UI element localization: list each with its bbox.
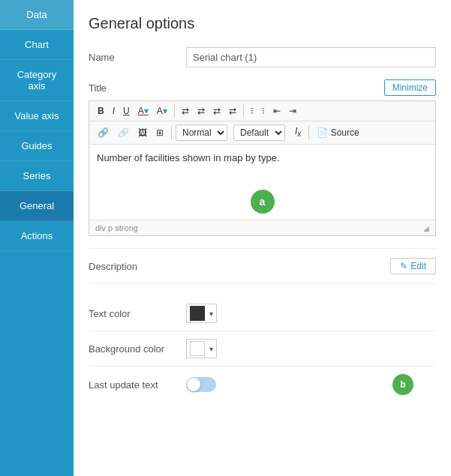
last-update-row: Last update text b — [89, 367, 436, 403]
table-button[interactable]: ⊞ — [152, 126, 167, 139]
source-button[interactable]: 📄 Source — [313, 126, 362, 139]
title-section: Title Minimize B I U A▾ A▾ ⇄ ⇄ ⇄ ⇄ ⁝ ⁝ ⇤… — [89, 79, 436, 236]
background-color-picker[interactable]: ▾ — [186, 339, 217, 358]
background-color-chevron-icon: ▾ — [209, 345, 213, 353]
indent-in-button[interactable]: ⇥ — [285, 104, 300, 118]
editor-toolbar-row2: 🔗 🔗 🖼 ⊞ Normal Default Ix 📄 Source — [89, 121, 435, 145]
sidebar-item-series[interactable]: Series — [0, 161, 74, 191]
toggle-badge-b: b — [392, 374, 413, 395]
bold-button[interactable]: B — [94, 104, 108, 118]
align-center-button[interactable]: ⇄ — [194, 104, 209, 118]
editor-footer: div p strong ◢ — [89, 220, 435, 235]
image-button[interactable]: 🖼 — [134, 126, 151, 139]
editor-container: B I U A▾ A▾ ⇄ ⇄ ⇄ ⇄ ⁝ ⁝ ⇤ ⇥ 🔗 🔗 🖼 — [89, 100, 436, 236]
name-row: Name — [89, 47, 436, 67]
editor-badge-a: a — [251, 190, 275, 214]
edit-button[interactable]: ✎ Edit — [390, 258, 436, 274]
editor-toolbar-row1: B I U A▾ A▾ ⇄ ⇄ ⇄ ⇄ ⁝ ⁝ ⇤ ⇥ — [89, 101, 435, 121]
list-ordered-button[interactable]: ⁝ — [258, 104, 269, 118]
toolbar-sep-2 — [243, 104, 244, 118]
toolbar-sep-1 — [174, 104, 175, 118]
minimize-button[interactable]: Minimize — [384, 79, 436, 96]
toggle-knob — [187, 378, 200, 391]
unlink-button[interactable]: 🔗 — [114, 126, 133, 139]
main-content: General options Name Title Minimize B I … — [74, 0, 451, 476]
description-label: Description — [89, 261, 137, 272]
format-select[interactable]: Normal — [176, 124, 227, 141]
font-color-button[interactable]: A▾ — [134, 104, 152, 118]
background-color-row: Background color ▾ — [89, 331, 436, 367]
italic-x-button[interactable]: Ix — [291, 124, 305, 140]
sidebar-item-chart[interactable]: Chart — [0, 30, 74, 60]
last-update-toggle[interactable] — [186, 377, 216, 392]
background-color-swatch — [190, 341, 205, 356]
indent-out-button[interactable]: ⇤ — [269, 104, 284, 118]
title-header: Title Minimize — [89, 79, 436, 96]
align-right-button[interactable]: ⇄ — [209, 104, 224, 118]
sidebar-item-category-axis[interactable]: Category axis — [0, 60, 74, 101]
italic-button[interactable]: I — [109, 104, 119, 118]
pencil-icon: ✎ — [400, 261, 407, 271]
name-label: Name — [89, 52, 186, 63]
text-color-swatch — [190, 306, 205, 321]
list-unordered-button[interactable]: ⁝ — [247, 104, 257, 118]
underline-button[interactable]: U — [119, 104, 134, 118]
sidebar-item-value-axis[interactable]: Value axis — [0, 101, 74, 131]
background-color-label: Background color — [89, 343, 186, 355]
resize-handle[interactable]: ◢ — [423, 224, 429, 232]
text-color-chevron-icon: ▾ — [209, 310, 213, 318]
sidebar-item-data[interactable]: Data — [0, 0, 74, 30]
last-update-label: Last update text — [89, 379, 186, 391]
sidebar-item-general[interactable]: General — [0, 191, 74, 221]
text-color-picker[interactable]: ▾ — [186, 304, 217, 323]
toolbar-sep-3 — [171, 126, 172, 139]
text-color-label: Text color — [89, 308, 186, 319]
text-color-row: Text color ▾ — [89, 296, 436, 331]
sidebar: Data Chart Category axis Value axis Guid… — [0, 0, 74, 476]
toolbar-sep-4 — [308, 126, 309, 139]
editor-content[interactable]: Number of facilities shown in map by typ… — [89, 145, 435, 220]
title-label: Title — [89, 82, 107, 94]
align-justify-button[interactable]: ⇄ — [225, 104, 240, 118]
font-select[interactable]: Default — [233, 124, 285, 141]
description-section: Description ✎ Edit — [89, 248, 436, 284]
sidebar-item-actions[interactable]: Actions — [0, 221, 74, 251]
name-input[interactable] — [186, 47, 436, 67]
sidebar-item-guides[interactable]: Guides — [0, 131, 74, 161]
link-button[interactable]: 🔗 — [94, 126, 113, 139]
bg-color-button[interactable]: A▾ — [153, 104, 171, 118]
page-title: General options — [89, 15, 436, 32]
align-left-button[interactable]: ⇄ — [178, 104, 193, 118]
